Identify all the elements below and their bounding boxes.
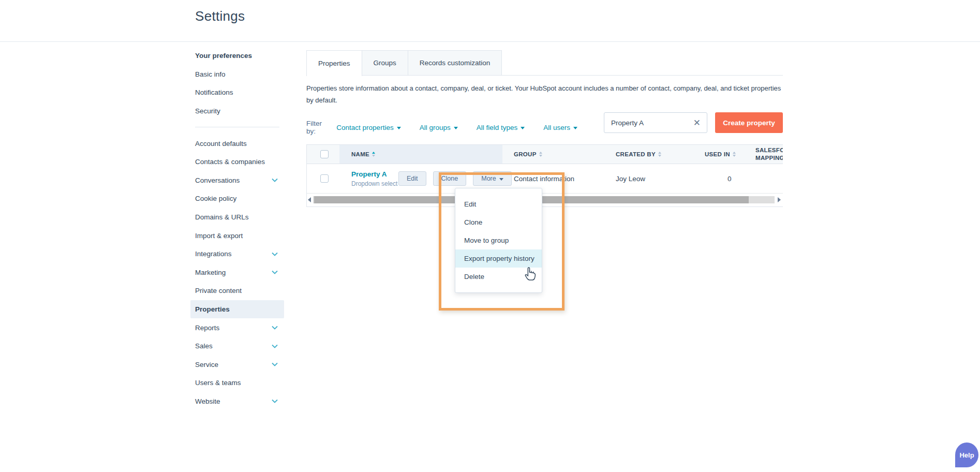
menu-item-clone[interactable]: Clone: [455, 213, 542, 231]
hand-pointer-cursor: [523, 262, 540, 281]
filter-all-field-types-dropdown[interactable]: All field types: [477, 124, 525, 131]
sidebar-divider: [195, 127, 279, 127]
sidebar-item-your-preferences[interactable]: Your preferences: [190, 47, 284, 65]
sidebar-item-label: Domains & URLs: [195, 213, 249, 221]
column-label: GROUP: [514, 151, 537, 157]
column-header-created-by[interactable]: CREATED BY: [601, 145, 694, 164]
header-divider: [0, 41, 980, 42]
sidebar-item-contacts-companies[interactable]: Contacts & companies: [190, 153, 284, 171]
chevron-down-icon: [397, 127, 401, 129]
sidebar-item-label: Reports: [195, 324, 219, 332]
sidebar-item-domains-urls[interactable]: Domains & URLs: [190, 208, 284, 227]
filter-by-label: Filter by:: [306, 120, 328, 135]
tab-records-customization[interactable]: Records customization: [408, 50, 502, 75]
chevron-down-icon: [573, 127, 577, 129]
filter-dropdown-label: All groups: [420, 124, 451, 131]
menu-item-edit[interactable]: Edit: [455, 195, 542, 213]
sidebar-item-label: Your preferences: [195, 52, 252, 60]
sidebar-item-website[interactable]: Website: [190, 392, 284, 411]
settings-page: Settings Your preferences Basic info Not…: [0, 0, 980, 472]
sidebar-item-label: Integrations: [195, 250, 232, 258]
sidebar-item-cookie-policy[interactable]: Cookie policy: [190, 189, 284, 208]
sidebar-item-private-content[interactable]: Private content: [190, 282, 284, 300]
chevron-down-icon: [272, 344, 278, 348]
filter-dropdown-label: Contact properties: [336, 124, 393, 131]
tab-groups[interactable]: Groups: [362, 50, 408, 75]
sidebar-item-label: Service: [195, 361, 218, 368]
sidebar-item-label: Account defaults: [195, 140, 247, 148]
properties-description: Properties store information about a con…: [306, 83, 783, 107]
chevron-down-icon: [272, 326, 278, 330]
property-name-link[interactable]: Property A: [351, 170, 387, 178]
sidebar-item-label: Website: [195, 397, 220, 405]
sidebar-item-label: Import & export: [195, 232, 243, 240]
sidebar-item-security[interactable]: Security: [190, 102, 284, 121]
sidebar-item-label: Properties: [195, 305, 230, 313]
chevron-down-icon: [521, 127, 525, 129]
select-all-checkbox[interactable]: [320, 150, 329, 158]
sidebar-item-service[interactable]: Service: [190, 356, 284, 374]
sort-arrows-icon[interactable]: [372, 152, 375, 157]
menu-item-move-to-group[interactable]: Move to group: [455, 231, 542, 249]
sidebar-item-label: Basic info: [195, 70, 226, 78]
sidebar-item-basic-info[interactable]: Basic info: [190, 65, 284, 84]
sidebar-item-label: Contacts & companies: [195, 158, 265, 166]
search-input[interactable]: [604, 119, 691, 127]
chevron-down-icon: [272, 252, 278, 256]
filter-dropdown-label: All field types: [477, 124, 518, 131]
sidebar-item-properties[interactable]: Properties: [190, 300, 284, 319]
sidebar-item-notifications[interactable]: Notifications: [190, 83, 284, 102]
created-by-cell: Joy Leow: [601, 175, 694, 183]
sidebar-item-import-export[interactable]: Import & export: [190, 226, 284, 245]
header-checkbox-cell: [307, 145, 339, 164]
sidebar-item-label: Private content: [195, 287, 242, 294]
sidebar-item-sales[interactable]: Sales: [190, 337, 284, 356]
column-header-group[interactable]: GROUP: [502, 145, 601, 164]
clear-x-icon[interactable]: ✕: [691, 119, 707, 127]
property-name-block: Property A Dropdown select: [351, 169, 392, 188]
sidebar-item-label: Cookie policy: [195, 195, 236, 202]
sidebar-item-conversations[interactable]: Conversations: [190, 171, 284, 190]
sidebar-item-label: Marketing: [195, 269, 226, 276]
edit-button[interactable]: Edit: [398, 171, 426, 186]
page-title: Settings: [195, 8, 245, 24]
row-checkbox-cell: [307, 174, 339, 183]
sidebar-item-reports[interactable]: Reports: [190, 318, 284, 337]
help-button[interactable]: Help: [955, 443, 978, 467]
chevron-down-icon: [272, 178, 278, 182]
create-property-button[interactable]: Create property: [715, 112, 783, 133]
column-label: SALESFORCE MAPPING: [755, 146, 783, 162]
property-search-box: ✕: [604, 112, 707, 133]
sidebar-item-label: Sales: [195, 342, 213, 350]
table-header-row: NAME GROUP CREATED BY USED IN SALESFORCE…: [307, 145, 783, 164]
settings-sidebar: Your preferences Basic info Notification…: [190, 47, 284, 410]
chevron-down-icon: [454, 127, 458, 129]
scroll-left-arrow-icon[interactable]: [308, 197, 311, 202]
properties-tab-bar: Properties Groups Records customization: [306, 50, 783, 76]
chevron-down-icon: [272, 270, 278, 274]
filter-contact-properties-dropdown[interactable]: Contact properties: [336, 124, 400, 131]
scroll-right-arrow-icon[interactable]: [778, 197, 781, 202]
column-label: USED IN: [705, 151, 730, 157]
column-header-name[interactable]: NAME: [339, 145, 502, 164]
sidebar-item-account-defaults[interactable]: Account defaults: [190, 134, 284, 153]
tab-properties[interactable]: Properties: [306, 50, 362, 76]
sort-arrows-icon[interactable]: [539, 152, 542, 157]
chevron-down-icon: [272, 399, 278, 403]
filter-all-users-dropdown[interactable]: All users: [543, 124, 577, 131]
sidebar-item-label: Security: [195, 107, 220, 115]
column-header-salesforce-mapping[interactable]: SALESFORCE MAPPING: [746, 145, 783, 164]
sidebar-item-marketing[interactable]: Marketing: [190, 263, 284, 282]
sort-arrows-icon[interactable]: [658, 152, 661, 157]
row-checkbox[interactable]: [320, 174, 329, 183]
used-in-cell: 0: [694, 175, 746, 183]
sidebar-item-users-teams[interactable]: Users & teams: [190, 374, 284, 392]
chevron-down-icon: [272, 362, 278, 366]
sort-arrows-icon[interactable]: [733, 152, 736, 157]
sidebar-item-label: Conversations: [195, 176, 240, 184]
sidebar-item-label: Users & teams: [195, 379, 241, 387]
sidebar-item-integrations[interactable]: Integrations: [190, 245, 284, 263]
filter-dropdown-label: All users: [543, 124, 570, 131]
column-header-used-in[interactable]: USED IN: [694, 145, 746, 164]
filter-all-groups-dropdown[interactable]: All groups: [420, 124, 458, 131]
